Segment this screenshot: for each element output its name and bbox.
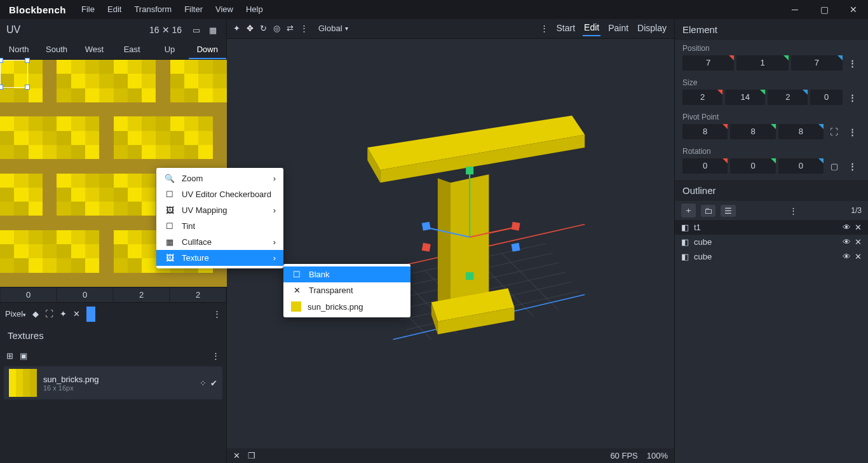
svg-rect-27	[422, 243, 431, 252]
visibility-icon[interactable]: 👁	[843, 223, 851, 232]
close-button[interactable]: ✕	[839, 0, 868, 19]
maximize-button[interactable]: ▢	[810, 0, 839, 19]
pivot-tool-icon[interactable]: ◎	[273, 24, 280, 33]
delete-icon[interactable]: ✕	[855, 223, 862, 232]
ctx-tint[interactable]: ☐Tint	[156, 218, 283, 234]
ctx-zoom[interactable]: 🔍Zoom›	[156, 170, 283, 186]
menu-file[interactable]: File	[75, 0, 101, 19]
face-south[interactable]: South	[37, 41, 75, 59]
uv-fullscreen-icon[interactable]: ▭	[189, 23, 203, 37]
outliner-item-t1[interactable]: ◧ t1 👁✕	[675, 220, 868, 235]
mode-display[interactable]: Display	[636, 22, 668, 36]
close-preview-icon[interactable]: ✕	[233, 451, 240, 460]
minimize-button[interactable]: ─	[780, 0, 810, 19]
outliner-more-icon[interactable]: ⋮	[789, 206, 797, 216]
ctx-uv-mapping[interactable]: 🖼UV Mapping›	[156, 202, 283, 218]
fps-label: 60 FPS	[610, 451, 637, 460]
mode-paint[interactable]: Paint	[607, 22, 630, 36]
delete-icon[interactable]: ✕	[855, 237, 862, 247]
mode-edit[interactable]: Edit	[583, 21, 600, 36]
add-cube-icon[interactable]: ＋	[681, 204, 696, 218]
size-z[interactable]: 2	[768, 90, 808, 105]
save-status-icon[interactable]: ✔	[210, 378, 217, 388]
position-z[interactable]: 7	[791, 55, 843, 71]
outliner-item-cube-1[interactable]: ◧ cube 👁✕	[675, 235, 868, 249]
outliner-panel-title: Outliner	[675, 180, 868, 201]
face-north[interactable]: North	[0, 41, 37, 59]
size-x[interactable]: 2	[682, 90, 722, 105]
position-x[interactable]: 7	[682, 55, 734, 71]
svg-rect-24	[466, 272, 473, 280]
app-logo: Blockbench	[0, 4, 75, 15]
face-west[interactable]: West	[76, 41, 113, 59]
add-texture-icon[interactable]: ⊞	[6, 351, 13, 361]
menu-filter[interactable]: Filter	[178, 0, 209, 19]
uv-y1[interactable]: 0	[57, 287, 112, 302]
uv-x1[interactable]: 0	[1, 287, 56, 302]
uv-y2[interactable]: 2	[170, 287, 226, 302]
menu-help[interactable]: Help	[240, 0, 269, 19]
size-inflate[interactable]: 0	[810, 90, 843, 105]
mode-start[interactable]: Start	[555, 22, 576, 36]
pivot-more-icon[interactable]: ⋮	[845, 127, 860, 137]
menu-edit[interactable]: Edit	[101, 0, 128, 19]
ctx-cullface[interactable]: ▦Cullface›	[156, 234, 283, 250]
center-pivot-icon[interactable]: ⛶	[826, 124, 843, 139]
visibility-icon[interactable]: 👁	[843, 252, 851, 261]
mirror-tool-icon[interactable]: ⇄	[287, 24, 294, 33]
expand-icon[interactable]: ⛶	[45, 309, 53, 319]
rotation-more-icon[interactable]: ⋮	[845, 162, 860, 171]
uv-selection-box[interactable]	[0, 60, 28, 88]
add-group-icon[interactable]: 🗀	[701, 205, 715, 217]
uv-x2[interactable]: 2	[114, 287, 169, 302]
clear-icon[interactable]: ✕	[73, 309, 80, 319]
sub-transparent[interactable]: ✕Transparent	[283, 282, 410, 298]
textures-more-icon[interactable]: ⋮	[212, 351, 220, 361]
cube-icon: ◧	[681, 237, 689, 247]
toggle-all-icon[interactable]: ☰	[721, 205, 736, 217]
color-swatch[interactable]	[86, 307, 95, 322]
3d-viewport[interactable]	[227, 39, 674, 448]
uv-grid-icon[interactable]: ▦	[206, 23, 220, 37]
pivot-y[interactable]: 8	[730, 124, 775, 139]
import-texture-icon[interactable]: ▣	[20, 351, 27, 361]
menu-view[interactable]: View	[209, 0, 240, 19]
rotation-label: Rotation	[682, 147, 860, 156]
ctx-texture[interactable]: 🖼Texture›	[156, 250, 283, 266]
outliner-item-cube-2[interactable]: ◧ cube 👁✕	[675, 249, 868, 264]
auto-uv-icon[interactable]: ✦	[60, 309, 67, 319]
fill-icon[interactable]: ◆	[32, 309, 39, 319]
size-y[interactable]: 14	[725, 90, 765, 105]
rotate-tool-icon[interactable]: ↻	[260, 24, 267, 33]
visibility-icon[interactable]: 👁	[843, 237, 851, 247]
tool-more-icon[interactable]: ⋮	[300, 24, 308, 33]
texture-item[interactable]: sun_bricks.png 16 x 16px ⁘ ✔	[4, 366, 222, 399]
position-more-icon[interactable]: ⋮	[845, 59, 860, 68]
uv-more-icon[interactable]: ⋮	[213, 309, 221, 319]
menu-transform[interactable]: Transform	[128, 0, 178, 19]
outliner-count: 1/3	[851, 206, 862, 215]
snap-mode[interactable]: Pixel▾	[5, 309, 26, 319]
modes-more-icon[interactable]: ⋮	[540, 24, 548, 33]
rescale-icon[interactable]: ▢	[826, 158, 843, 174]
position-y[interactable]: 1	[736, 55, 788, 71]
size-more-icon[interactable]: ⋮	[845, 93, 860, 102]
face-down[interactable]: Down	[189, 41, 226, 59]
face-up[interactable]: Up	[151, 41, 188, 59]
rotation-y[interactable]: 0	[730, 158, 775, 174]
pivot-z[interactable]: 8	[778, 124, 824, 139]
face-east[interactable]: East	[113, 41, 151, 59]
transform-tool-icon[interactable]: ✥	[247, 24, 254, 33]
sub-blank[interactable]: ☐Blank	[283, 266, 410, 282]
orientation-dropdown[interactable]: Global▾	[318, 24, 348, 33]
pivot-x[interactable]: 8	[682, 124, 728, 139]
delete-icon[interactable]: ✕	[855, 252, 862, 261]
particle-icon[interactable]: ⁘	[200, 378, 207, 388]
zoom-label: 100%	[647, 451, 668, 460]
rotation-z[interactable]: 0	[778, 158, 824, 174]
ctx-checkerboard[interactable]: ☐UV Editor Checkerboard	[156, 186, 283, 202]
move-tool-icon[interactable]: ✦	[233, 24, 240, 33]
sub-sun-bricks[interactable]: sun_bricks.png	[283, 298, 410, 315]
layers-icon[interactable]: ❒	[248, 451, 255, 460]
rotation-x[interactable]: 0	[682, 158, 728, 174]
